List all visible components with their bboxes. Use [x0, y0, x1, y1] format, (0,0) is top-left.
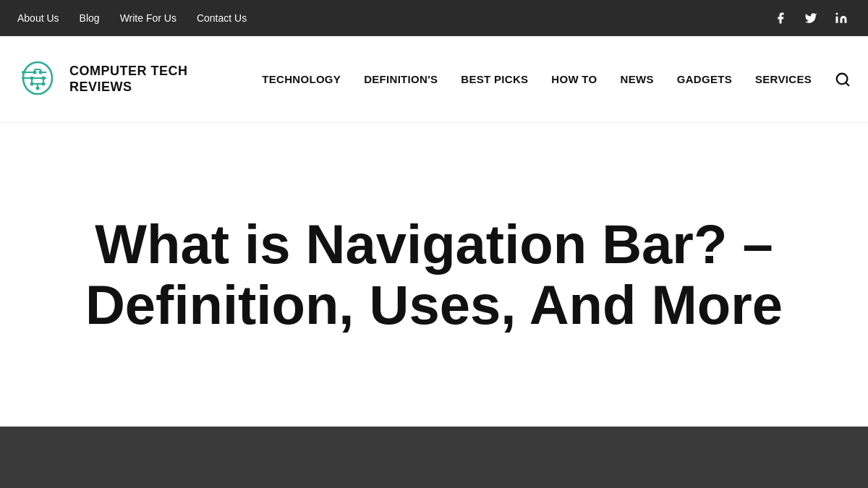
svg-point-15 — [30, 76, 34, 80]
blog-link[interactable]: Blog — [80, 12, 100, 24]
svg-line-25 — [846, 82, 848, 85]
nav-how-to[interactable]: HOW TO — [551, 73, 597, 85]
svg-point-17 — [30, 82, 34, 85]
svg-point-1 — [836, 13, 838, 15]
svg-point-18 — [42, 82, 46, 85]
logo-text: COMPUTER TECH REVIEWS — [69, 64, 188, 95]
nav-definitions[interactable]: DEFINITION'S — [364, 73, 438, 85]
top-bar: About Us Blog Write For Us Contact Us — [0, 0, 868, 36]
logo[interactable]: COMPUTER TECH REVIEWS — [17, 58, 188, 101]
search-button[interactable] — [835, 72, 851, 87]
search-icon — [835, 72, 851, 87]
svg-point-22 — [22, 71, 25, 74]
svg-point-14 — [39, 70, 43, 74]
svg-point-16 — [42, 76, 46, 80]
svg-point-19 — [36, 86, 40, 90]
footer-bar — [0, 427, 868, 488]
linkedin-icon[interactable] — [832, 9, 851, 27]
top-bar-links: About Us Blog Write For Us Contact Us — [17, 12, 247, 24]
hero-section: What is Navigation Bar? – Definition, Us… — [0, 123, 868, 427]
nav-services[interactable]: SERVICES — [755, 73, 812, 85]
nav-gadgets[interactable]: GADGETS — [677, 73, 732, 85]
write-for-us-link[interactable]: Write For Us — [120, 12, 176, 24]
svg-rect-0 — [836, 17, 838, 23]
main-nav: COMPUTER TECH REVIEWS TECHNOLOGY DEFINIT… — [0, 36, 868, 123]
svg-point-13 — [33, 70, 37, 74]
nav-technology[interactable]: TECHNOLOGY — [262, 73, 341, 85]
social-links — [771, 9, 851, 27]
contact-us-link[interactable]: Contact Us — [197, 12, 247, 24]
nav-news[interactable]: NEWS — [621, 73, 654, 85]
twitter-icon[interactable] — [801, 9, 820, 27]
hero-title: What is Navigation Bar? – Definition, Us… — [72, 214, 796, 335]
nav-links: TECHNOLOGY DEFINITION'S BEST PICKS HOW T… — [262, 72, 851, 87]
facebook-icon[interactable] — [771, 9, 790, 27]
about-us-link[interactable]: About Us — [17, 12, 59, 24]
svg-point-23 — [22, 77, 25, 80]
logo-icon — [17, 58, 61, 101]
nav-best-picks[interactable]: BEST PICKS — [461, 73, 528, 85]
